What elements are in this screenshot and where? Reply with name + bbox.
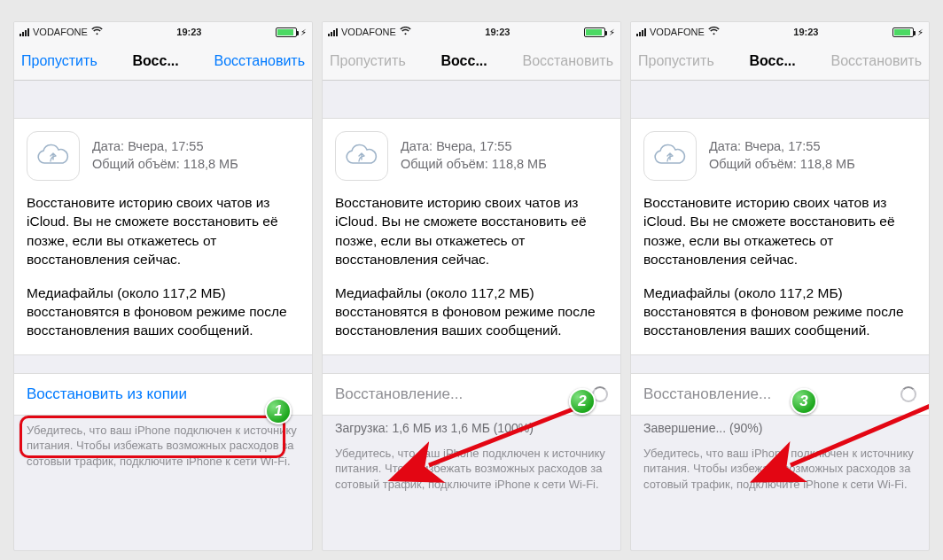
icloud-backup-icon	[335, 131, 388, 181]
nav-restore-button: Восстановить	[831, 53, 922, 69]
battery-icon	[892, 27, 914, 37]
carrier-label: VODAFONE	[650, 27, 705, 37]
restore-description-1: Восстановите историю своих чатов из iClo…	[27, 193, 300, 269]
restore-action-row[interactable]: Восстановить из копии	[14, 373, 312, 416]
backup-size: Общий объём: 118,8 МБ	[92, 156, 238, 174]
spinner-icon	[900, 386, 916, 402]
restore-from-backup-button[interactable]: Восстановить из копии	[27, 385, 187, 402]
download-progress: Загрузка: 1,6 МБ из 1,6 МБ (100%)	[323, 416, 620, 439]
wifi-hint: Убедитесь, что ваш iPhone подключен к ис…	[631, 439, 929, 493]
spinner-icon	[592, 386, 608, 402]
clock-label: 19:23	[176, 27, 201, 37]
restore-description-2: Медиафайлы (около 117,2 МБ) восстановятс…	[335, 284, 608, 340]
nav-title: Восс...	[441, 53, 487, 69]
icloud-backup-icon	[643, 131, 697, 181]
wifi-icon	[708, 27, 720, 37]
charging-icon: ⚡︎	[917, 27, 924, 37]
finishing-progress: Завершение... (90%)	[631, 416, 929, 439]
restore-description-2: Медиафайлы (около 117,2 МБ) восстановятс…	[27, 284, 300, 340]
restore-progress-row: Восстановление...	[631, 373, 929, 416]
status-bar: VODAFONE 19:23 ⚡︎	[14, 22, 312, 42]
status-bar: VODAFONE 19:23 ⚡︎	[323, 22, 620, 42]
nav-title: Восс...	[750, 53, 796, 69]
restore-progress-row: Восстановление...	[323, 373, 620, 416]
restore-description-1: Восстановите историю своих чатов из iClo…	[335, 193, 608, 269]
clock-label: 19:23	[793, 27, 818, 37]
carrier-label: VODAFONE	[33, 27, 88, 37]
battery-icon	[276, 27, 297, 37]
signal-icon	[19, 28, 29, 36]
wifi-hint: Убедитесь, что ваш iPhone подключен к ис…	[323, 439, 620, 493]
clock-label: 19:23	[485, 27, 510, 37]
nav-skip-button: Пропустить	[638, 53, 714, 69]
charging-icon: ⚡︎	[609, 27, 615, 37]
backup-info-card: Дата: Вчера, 17:55 Общий объём: 118,8 МБ…	[631, 118, 929, 355]
icloud-backup-icon	[27, 131, 80, 181]
nav-skip-button: Пропустить	[330, 53, 406, 69]
screen-1: VODAFONE 19:23 ⚡︎ Пропустить Восс... Вос…	[13, 21, 313, 551]
restore-description-1: Восстановите историю своих чатов из iClo…	[643, 193, 916, 269]
restoring-label: Восстановление...	[335, 385, 463, 403]
status-bar: VODAFONE 19:23 ⚡︎	[631, 22, 929, 42]
nav-restore-button[interactable]: Восстановить	[214, 53, 305, 69]
signal-icon	[328, 28, 338, 36]
battery-icon	[584, 27, 605, 37]
carrier-label: VODAFONE	[341, 27, 396, 37]
signal-icon	[636, 28, 646, 36]
backup-size: Общий объём: 118,8 МБ	[709, 156, 855, 174]
screen-3: VODAFONE 19:23 ⚡︎ Пропустить Восс... Вос…	[630, 21, 930, 551]
nav-bar: Пропустить Восс... Восстановить	[631, 42, 929, 81]
backup-size: Общий объём: 118,8 МБ	[401, 156, 547, 174]
nav-skip-button[interactable]: Пропустить	[21, 53, 97, 69]
nav-title: Восс...	[133, 53, 179, 69]
backup-info-card: Дата: Вчера, 17:55 Общий объём: 118,8 МБ…	[14, 118, 312, 355]
restoring-label: Восстановление...	[643, 385, 771, 403]
backup-info-card: Дата: Вчера, 17:55 Общий объём: 118,8 МБ…	[323, 118, 620, 355]
nav-bar: Пропустить Восс... Восстановить	[14, 42, 312, 81]
nav-restore-button: Восстановить	[523, 53, 613, 69]
backup-date: Дата: Вчера, 17:55	[92, 138, 238, 156]
charging-icon: ⚡︎	[300, 27, 307, 37]
restore-description-2: Медиафайлы (около 117,2 МБ) восстановятс…	[643, 284, 916, 340]
nav-bar: Пропустить Восс... Восстановить	[323, 42, 620, 81]
backup-date: Дата: Вчера, 17:55	[401, 138, 547, 156]
wifi-icon	[400, 27, 411, 37]
backup-date: Дата: Вчера, 17:55	[709, 138, 855, 156]
wifi-icon	[91, 27, 103, 37]
wifi-hint: Убедитесь, что ваш iPhone подключен к ис…	[14, 416, 312, 470]
screen-2: VODAFONE 19:23 ⚡︎ Пропустить Восс... Вос…	[322, 21, 621, 551]
